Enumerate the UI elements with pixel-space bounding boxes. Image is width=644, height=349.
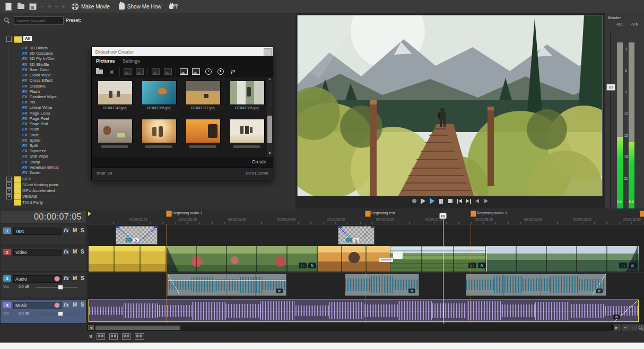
undo-dropdown-icon[interactable]: ▾	[48, 3, 51, 10]
track-mute-button[interactable]: M	[73, 302, 77, 308]
expand-expander[interactable]: +	[6, 188, 12, 194]
go-to-end-button[interactable]	[464, 197, 472, 205]
timeline-marker-flag[interactable]	[166, 211, 172, 217]
picture-thumbnail[interactable]	[98, 81, 133, 105]
text-track-lane[interactable]: ▢ fx ▢ fx	[88, 225, 644, 246]
transition-item[interactable]: FXSpiral	[22, 137, 40, 143]
picture-thumbnail[interactable]	[186, 81, 221, 105]
transition-item[interactable]: FXSlide	[22, 132, 39, 137]
event-fx-icon[interactable]: fx	[629, 263, 637, 268]
plugin-folder[interactable]: Third Party	[22, 199, 43, 205]
transition-item[interactable]: FXPage Roll	[22, 121, 48, 126]
collapse-expander[interactable]: −	[6, 37, 12, 42]
timeline-ruler[interactable]: 00:00:01:00 00:00:02:00 00:00:03:00 00:0…	[88, 210, 644, 224]
scroll-right-icon[interactable]: ▶	[614, 325, 620, 330]
master-fader-handle[interactable]	[606, 84, 615, 91]
audio-track-lane[interactable]: fx fx fx	[88, 273, 644, 299]
move-down-icon[interactable]	[163, 68, 172, 76]
transition-item[interactable]: FXSqueeze	[22, 148, 46, 153]
pan-crop-icon[interactable]: ▢	[299, 263, 307, 268]
show-me-how-button[interactable]: Show Me How	[119, 3, 161, 10]
track-name-field[interactable]: Text	[13, 228, 62, 235]
picture-thumbnail[interactable]	[98, 119, 133, 143]
picture-thumbnail[interactable]	[230, 119, 265, 143]
picture-thumbnail[interactable]	[186, 119, 221, 143]
pan-crop-icon[interactable]: ▢	[619, 263, 627, 268]
track-fx-button[interactable]: fx	[63, 275, 68, 281]
picture-thumbnail[interactable]	[142, 81, 177, 105]
transition-item[interactable]: FXStar Wipe	[22, 153, 48, 159]
audio-event-clip[interactable]: fx	[167, 274, 286, 296]
track-mute-button[interactable]: M	[73, 249, 77, 255]
tree-root-all[interactable]: All	[23, 36, 32, 41]
scroll-down-icon[interactable]: ▼	[267, 152, 273, 157]
trim-end-icon[interactable]	[109, 333, 118, 340]
video-event-clip[interactable]	[89, 246, 167, 272]
record-button[interactable]	[410, 197, 418, 205]
master-fader-track[interactable]	[610, 31, 611, 208]
redo-dropdown-icon[interactable]: ▾	[62, 3, 65, 10]
text-event-clip[interactable]: ▢ fx	[116, 226, 158, 245]
timeline-marker-flag[interactable]	[640, 211, 644, 217]
step-back-button[interactable]	[473, 197, 481, 205]
expand-expander[interactable]: +	[6, 182, 12, 188]
transition-item[interactable]: FXDissolve	[22, 83, 46, 89]
event-fx-icon[interactable]: fx	[353, 238, 359, 242]
timeline-scrollbar[interactable]: ◀	[88, 325, 613, 330]
go-to-start-button[interactable]	[455, 197, 463, 205]
transition-item[interactable]: FXSwap	[22, 159, 40, 164]
pan-crop-icon[interactable]: ▢	[468, 263, 476, 268]
transition-item[interactable]: FXLinear Wipe	[22, 104, 52, 110]
help-button[interactable]: ?	[169, 4, 178, 10]
transition-item[interactable]: FXClock Wipe	[22, 72, 51, 77]
audio-event-clip[interactable]: fx	[466, 274, 606, 296]
search-input[interactable]	[14, 16, 64, 25]
generated-media-icon[interactable]: ▢	[126, 238, 132, 242]
step-forward-button[interactable]	[482, 197, 490, 205]
track-name-field[interactable]: Video	[13, 249, 62, 256]
split-event-icon[interactable]	[122, 333, 130, 340]
sort-date-asc-icon[interactable]	[204, 68, 213, 76]
trim-start-icon[interactable]	[97, 333, 105, 340]
music-track-lane[interactable]: fx	[88, 299, 644, 324]
undo-icon[interactable]: ⌐	[41, 3, 44, 10]
dialog-scrollbar[interactable]: ▲ ▼	[267, 77, 273, 157]
save-project-icon[interactable]	[29, 2, 37, 11]
track-header-video[interactable]: 2 Video fx M S	[0, 246, 86, 272]
stop-button[interactable]	[446, 197, 454, 205]
event-fx-icon[interactable]: fx	[308, 263, 316, 268]
event-fx-icon[interactable]: fx	[596, 289, 603, 293]
track-solo-button[interactable]: S	[81, 249, 84, 255]
track-header-music[interactable]: 4 Music fx M S Vol: 0,0 dB	[0, 299, 86, 324]
track-mute-button[interactable]: M	[73, 228, 77, 233]
play-from-start-button[interactable]	[419, 197, 427, 205]
volume-slider[interactable]	[36, 287, 78, 288]
plugin-folder[interactable]: GPU Accelerated	[22, 188, 55, 193]
pause-button[interactable]	[437, 197, 445, 205]
event-fx-icon[interactable]: fx	[133, 238, 139, 242]
track-mute-button[interactable]: M	[73, 275, 77, 281]
track-fx-button[interactable]: fx	[63, 302, 68, 308]
track-fx-button[interactable]: fx	[63, 249, 68, 255]
transition-item[interactable]: FXPage Loop	[22, 110, 50, 116]
rotate-left-icon[interactable]	[123, 68, 132, 76]
transition-item[interactable]: FXPush	[22, 126, 39, 132]
track-solo-button[interactable]: S	[81, 228, 84, 233]
plugin-folder[interactable]: OFX	[22, 176, 31, 181]
dialog-tab-pictures[interactable]: Pictures	[96, 58, 115, 64]
track-solo-button[interactable]: S	[81, 302, 84, 308]
transition-item[interactable]: FX3D Blinds	[22, 45, 48, 50]
delete-event-icon[interactable]: ×	[89, 333, 92, 339]
record-arm-button[interactable]	[54, 302, 60, 308]
expand-expander[interactable]: +	[6, 177, 12, 182]
playhead-head[interactable]	[439, 213, 447, 219]
event-fx-icon[interactable]: fx	[613, 315, 620, 319]
remove-picture-icon[interactable]: ×	[107, 68, 116, 76]
track-header-audio[interactable]: 3 Audio fx M S Vol: 0,0 dB	[0, 273, 86, 298]
play-button[interactable]	[428, 197, 436, 205]
volume-slider[interactable]	[36, 313, 78, 315]
track-solo-button[interactable]: S	[81, 275, 84, 281]
transition-item[interactable]: FX3D Cascade	[22, 50, 53, 56]
video-event-clip[interactable]	[167, 246, 318, 272]
timeline-marker-flag[interactable]	[365, 211, 371, 217]
